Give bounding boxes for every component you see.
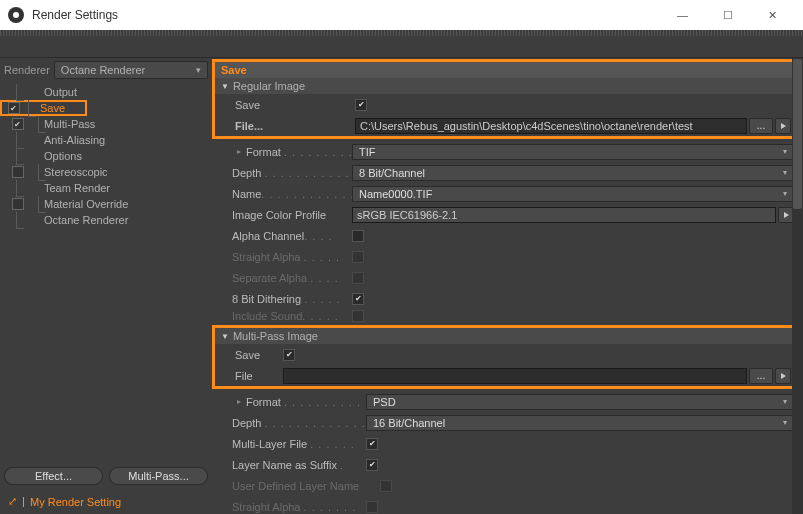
ri-open-button[interactable]	[775, 118, 791, 134]
settings-tree: Output Save Multi-Pass Anti-Aliasing Opt…	[0, 82, 212, 230]
collapse-icon: ▼	[221, 82, 229, 91]
expand-icon: ⤢	[8, 495, 17, 508]
content-scrollbar[interactable]	[792, 58, 803, 514]
ri-dither-label: 8 Bit Dithering	[232, 293, 301, 305]
mp-multilayer-label: Multi-Layer File	[232, 438, 307, 450]
tree-item-multipass[interactable]: Multi-Pass	[0, 116, 212, 132]
renderer-label: Renderer	[4, 64, 50, 76]
format-expand-icon[interactable]: ▸	[232, 147, 246, 156]
renderer-dropdown[interactable]: Octane Renderer	[54, 61, 208, 79]
mp-straight-label: Straight Alpha	[232, 501, 301, 513]
tree-item-options[interactable]: Options	[0, 148, 212, 164]
mp-depth-dropdown[interactable]: 16 Bit/Channel	[366, 415, 794, 431]
ri-sound-label: Include Sound	[232, 310, 302, 322]
app-icon	[8, 7, 24, 23]
mp-multilayer-checkbox[interactable]	[366, 438, 378, 450]
ri-sound-checkbox	[352, 310, 364, 322]
ri-format-label: Format	[246, 146, 281, 158]
mp-open-button[interactable]	[775, 368, 791, 384]
mp-file-label: File	[235, 370, 253, 382]
ri-format-dropdown[interactable]: TIF	[352, 144, 794, 160]
tree-item-materialoverride[interactable]: Material Override	[0, 196, 212, 212]
mp-save-checkbox[interactable]	[283, 349, 295, 361]
multipass-checkbox[interactable]	[12, 118, 24, 130]
tree-item-stereoscopic[interactable]: Stereoscopic	[0, 164, 212, 180]
save-checkbox[interactable]	[8, 102, 20, 114]
multipass-button[interactable]: Multi-Pass...	[109, 467, 208, 485]
ri-icp-field[interactable]: sRGB IEC61966-2.1	[352, 207, 776, 223]
window-title: Render Settings	[32, 8, 660, 22]
ri-icp-label: Image Color Profile	[232, 209, 326, 221]
ri-alpha-label: Alpha Channel	[232, 230, 304, 242]
mp-straight-checkbox	[366, 501, 378, 513]
mp-userlayer-label: User Defined Layer Name	[232, 480, 359, 492]
renderer-value: Octane Renderer	[61, 64, 145, 76]
sidebar: Renderer Octane Renderer Output Save Mul…	[0, 58, 212, 514]
stereoscopic-checkbox[interactable]	[12, 166, 24, 178]
mp-browse-button[interactable]: ...	[749, 368, 773, 384]
titlebar: Render Settings — ☐ ✕	[0, 0, 803, 30]
ri-file-input[interactable]: C:\Users\Rebus_agustin\Desktop\c4dScenes…	[355, 118, 747, 134]
ri-name-dropdown[interactable]: Name0000.TIF	[352, 186, 794, 202]
scrollbar-thumb[interactable]	[793, 59, 802, 209]
materialoverride-checkbox[interactable]	[12, 198, 24, 210]
mp-userlayer-checkbox	[380, 480, 392, 492]
ri-save-label: Save	[235, 99, 260, 111]
ri-straight-label: Straight Alpha	[232, 251, 301, 263]
minimize-button[interactable]: —	[660, 0, 705, 30]
ri-straight-checkbox	[352, 251, 364, 263]
mp-depth-label: Depth	[232, 417, 261, 429]
effect-button[interactable]: Effect...	[4, 467, 103, 485]
mp-save-label: Save	[235, 349, 260, 361]
ri-depth-label: Depth	[232, 167, 261, 179]
tree-item-output[interactable]: Output	[0, 84, 212, 100]
maximize-button[interactable]: ☐	[705, 0, 750, 30]
my-render-setting[interactable]: ⤢ My Render Setting	[4, 493, 208, 510]
mp-layername-label: Layer Name as Suffix	[232, 459, 337, 471]
ri-browse-button[interactable]: ...	[749, 118, 773, 134]
toolbar	[0, 36, 803, 58]
mp-format-dropdown[interactable]: PSD	[366, 394, 794, 410]
mp-format-expand-icon[interactable]: ▸	[232, 397, 246, 406]
ri-sepalpha-checkbox	[352, 272, 364, 284]
ri-dither-checkbox[interactable]	[352, 293, 364, 305]
mp-format-label: Format	[246, 396, 281, 408]
ri-sepalpha-label: Separate Alpha	[232, 272, 307, 284]
multipass-image-header[interactable]: ▼ Multi-Pass Image	[215, 328, 797, 344]
collapse-icon: ▼	[221, 332, 229, 341]
mp-layername-checkbox[interactable]	[366, 459, 378, 471]
ri-name-label: Name	[232, 188, 261, 200]
mp-file-input[interactable]	[283, 368, 747, 384]
content-panel: Save ▼ Regular Image Save File... C:\Use…	[212, 58, 803, 514]
tree-item-antialiasing[interactable]: Anti-Aliasing	[0, 132, 212, 148]
ri-alpha-checkbox[interactable]	[352, 230, 364, 242]
save-header: Save	[215, 62, 797, 78]
tree-item-save[interactable]: Save	[40, 102, 65, 114]
ri-depth-dropdown[interactable]: 8 Bit/Channel	[352, 165, 794, 181]
close-button[interactable]: ✕	[750, 0, 795, 30]
ri-file-label[interactable]: File...	[235, 120, 263, 132]
tree-item-teamrender[interactable]: Team Render	[0, 180, 212, 196]
tree-item-octanerenderer[interactable]: Octane Renderer	[0, 212, 212, 228]
ri-save-checkbox[interactable]	[355, 99, 367, 111]
regular-image-header[interactable]: ▼ Regular Image	[215, 78, 797, 94]
